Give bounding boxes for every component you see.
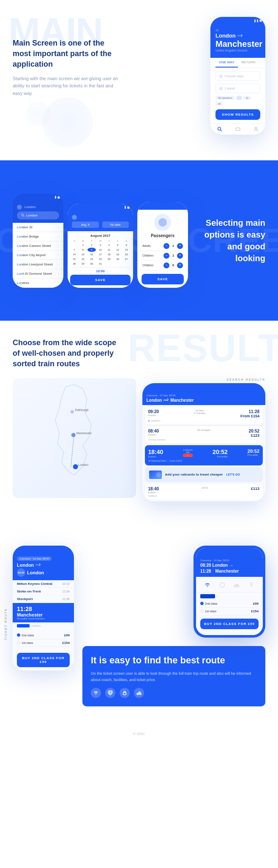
- cal-day[interactable]: 29: [79, 262, 87, 266]
- adults-decrement-button[interactable]: −: [164, 243, 169, 249]
- ticket-phone2-blue-wrapper: 2 persons · 14 Sep, 08:50 08:20 London →…: [194, 546, 265, 638]
- cal-day[interactable]: 11: [105, 248, 113, 252]
- nav-ticket-icon[interactable]: [235, 126, 241, 132]
- date-field[interactable]: Choose date: [215, 71, 260, 81]
- nav-search-icon[interactable]: [217, 126, 223, 132]
- day-header: W: [96, 239, 105, 243]
- main-phone-wrapper: MAIN SCREEN 11 London Manchester United …: [210, 17, 265, 135]
- buy-2nd-class-button[interactable]: BUY 2ND CLASS FOR £99: [17, 653, 70, 667]
- ticket-stop-intermediate-1: Milton Keynes Central 10:14: [13, 580, 74, 588]
- cal-day[interactable]: 22: [79, 257, 87, 261]
- svg-point-22: [109, 691, 112, 693]
- tp2-buy-button[interactable]: BUY 2ND CLASS FOR £99: [200, 619, 259, 629]
- list-item[interactable]: London St ›: [13, 223, 63, 232]
- pass-status-bar: [137, 202, 188, 210]
- featured-result-card[interactable]: 18:40 Euston 3 places left ! 20:52 Picca…: [145, 445, 263, 465]
- children2-increment-button[interactable]: +: [177, 262, 183, 268]
- tab-one-way[interactable]: ONE WAY: [215, 58, 238, 68]
- day-header: T: [87, 239, 96, 243]
- cal-day[interactable]: 16: [87, 252, 96, 257]
- depart-time-badge: 09:20: [17, 568, 25, 577]
- arrive-info: 11:28 Manchester Piccadilly Great Northe…: [17, 606, 45, 620]
- sr-operator-4: midland: [148, 495, 260, 497]
- class-row-1st[interactable]: 1st class £154: [17, 639, 70, 647]
- operator-chip-2[interactable]: 2c: [243, 96, 251, 100]
- cal-day[interactable]: 28: [70, 262, 79, 266]
- cal-day[interactable]: 20: [122, 252, 131, 257]
- children1-decrement-button[interactable]: −: [164, 253, 169, 259]
- operator-chip-3[interactable]: ntl: [215, 102, 223, 106]
- search-result-item[interactable]: 18:40 Euston 20:52 £113 midland: [145, 484, 263, 500]
- cal-day[interactable]: 23: [87, 257, 96, 261]
- tp2-radio-2nd: [200, 602, 204, 605]
- list-item[interactable]: London City Airport ›: [13, 251, 63, 260]
- search-field[interactable]: London: [17, 211, 59, 219]
- cal-day[interactable]: 6: [122, 243, 131, 247]
- to-city-sub: United Kingdom Ground: [215, 49, 260, 52]
- railcard-cta-button[interactable]: LET'S GO: [226, 473, 240, 476]
- cal-day[interactable]: 4: [105, 243, 113, 247]
- cal-day[interactable]: 1: [79, 243, 87, 247]
- cal-day[interactable]: 14: [70, 252, 79, 257]
- cal-day-selected[interactable]: 9: [87, 248, 96, 252]
- children1-increment-button[interactable]: +: [177, 253, 183, 259]
- show-results-button[interactable]: SHOW RESULTS: [215, 109, 260, 120]
- children2-decrement-button[interactable]: −: [164, 262, 169, 268]
- back-arrow-icon[interactable]: ←: [17, 205, 22, 210]
- svg-rect-2: [236, 128, 240, 130]
- wifi-feature-icon: [91, 688, 101, 698]
- cal-day[interactable]: 15: [79, 252, 87, 257]
- cal-day[interactable]: 7: [70, 248, 79, 252]
- nav-profile-icon[interactable]: [253, 126, 259, 132]
- ticket-route-arrow: [35, 563, 41, 567]
- tp2-arrive-time: 11:28: [200, 569, 211, 573]
- cal-day[interactable]: 30: [87, 262, 96, 266]
- cal-day[interactable]: 3: [96, 243, 105, 247]
- calendar-save-button[interactable]: SAVE: [70, 275, 131, 285]
- cal-day[interactable]: 13: [122, 248, 131, 252]
- day-header: S: [122, 239, 131, 243]
- cal-day[interactable]: 18: [105, 252, 113, 257]
- cal-day[interactable]: 10: [96, 248, 105, 252]
- list-item[interactable]: Londres ›: [13, 279, 63, 288]
- search-result-item[interactable]: 09:20 Euston 2h 08m 0 changes 11:28 From…: [145, 407, 263, 425]
- list-item[interactable]: Loch El Domond Street ›: [13, 269, 63, 279]
- cal-day[interactable]: 19: [114, 252, 122, 257]
- cal-day[interactable]: 21: [70, 257, 79, 261]
- cal-day[interactable]: 5: [114, 243, 122, 247]
- sr-operator-1: ▶ northern: [148, 419, 260, 422]
- cal-day[interactable]: 25: [105, 257, 113, 261]
- svg-line-5: [24, 216, 25, 217]
- operator-chip-1[interactable]: [237, 96, 242, 100]
- cal-day: [105, 262, 113, 266]
- ticket-phone2-inner: 2 persons · 14 Sep, 08:50 08:20 London →…: [196, 548, 263, 635]
- class-row-2nd[interactable]: 2nd class £99: [17, 632, 70, 639]
- tp2-class-2nd[interactable]: 2nd class £99: [200, 600, 259, 608]
- railcard-banner[interactable]: Add your railcards to travel cheaper LET…: [145, 467, 263, 482]
- cal-day[interactable]: 2: [87, 243, 96, 247]
- list-item[interactable]: London Liverpool Street ›: [13, 260, 63, 269]
- search-result-item[interactable]: 08:40 Euston 18 changes 20:52 £123 ≡: [145, 426, 263, 443]
- cal-day[interactable]: 17: [96, 252, 105, 257]
- list-item[interactable]: London Cannon Street ›: [13, 241, 63, 251]
- adults-increment-button[interactable]: +: [177, 243, 183, 249]
- tab-return[interactable]: RETURN: [238, 58, 259, 68]
- stop-row: Milton Keynes Central 10:14: [17, 582, 70, 586]
- svg-text:London: London: [79, 463, 88, 466]
- cal-day[interactable]: 12: [114, 248, 122, 252]
- passenger-field[interactable]: 1 Adult: [215, 84, 260, 93]
- cal-day[interactable]: 26: [114, 257, 122, 261]
- cal-day[interactable]: 31: [96, 262, 105, 266]
- options-text-content: Selecting main options is easy and good …: [188, 217, 265, 264]
- no-date-field[interactable]: No date: [102, 222, 129, 228]
- svg-point-0: [218, 127, 221, 130]
- calendar-back-icon[interactable]: ←: [72, 215, 77, 220]
- bicycle-feature-icon: [134, 688, 144, 698]
- cal-day[interactable]: 27: [122, 257, 131, 261]
- list-item[interactable]: London Bridge ›: [13, 232, 63, 241]
- cal-day[interactable]: 24: [96, 257, 105, 261]
- cal-day[interactable]: 8: [79, 248, 87, 252]
- svg-point-26: [139, 691, 140, 692]
- tp2-class-1st[interactable]: 1st class £154: [200, 608, 259, 615]
- passengers-save-button[interactable]: SAVE: [142, 274, 184, 284]
